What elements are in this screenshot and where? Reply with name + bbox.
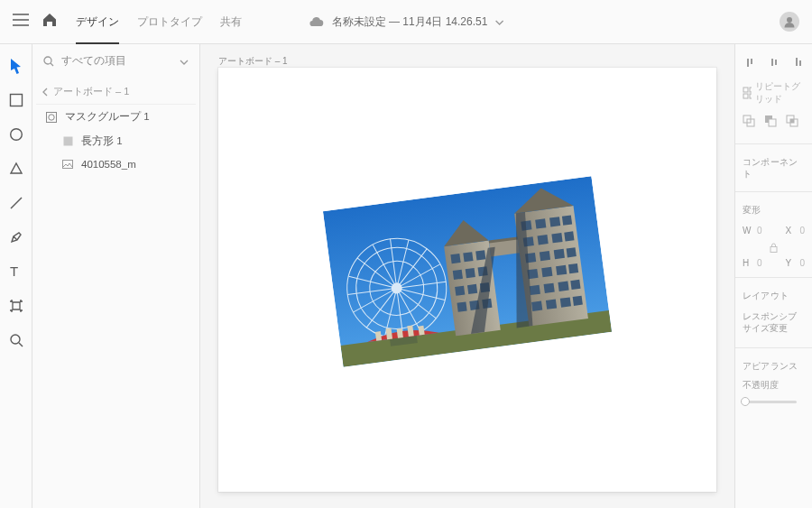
- svg-rect-49: [540, 251, 550, 261]
- svg-rect-1: [10, 95, 22, 106]
- search-icon: [43, 56, 54, 67]
- text-tool-icon[interactable]: T: [7, 263, 25, 281]
- breadcrumb-label: アートボード – 1: [53, 85, 129, 98]
- transform-section-title: 変形: [743, 199, 805, 220]
- svg-rect-55: [568, 263, 578, 273]
- layer-row-image[interactable]: 4010558_m: [36, 153, 196, 175]
- opacity-slider-thumb[interactable]: [741, 397, 750, 406]
- svg-rect-77: [770, 247, 777, 253]
- polygon-tool-icon[interactable]: [7, 160, 25, 178]
- svg-rect-46: [551, 233, 562, 243]
- layer-label: マスクグループ 1: [65, 110, 150, 124]
- masked-image[interactable]: [323, 176, 612, 367]
- svg-rect-53: [541, 266, 552, 276]
- pen-tool-icon[interactable]: [7, 228, 25, 246]
- hamburger-icon[interactable]: [13, 14, 29, 30]
- w-label: W: [743, 226, 752, 236]
- tab-design[interactable]: デザイン: [76, 0, 119, 43]
- zoom-tool-icon[interactable]: [7, 331, 25, 349]
- chevron-left-icon: [42, 88, 48, 97]
- w-value: 0: [757, 226, 762, 236]
- svg-rect-51: [567, 247, 577, 257]
- line-tool-icon[interactable]: [7, 194, 25, 212]
- artboard-label[interactable]: アートボード – 1: [218, 55, 288, 68]
- chevron-down-icon: [180, 55, 189, 68]
- transform-w-row[interactable]: W 0 X 0: [743, 224, 805, 237]
- chevron-down-icon: [494, 15, 503, 28]
- layers-search[interactable]: すべての項目: [32, 44, 199, 78]
- canvas[interactable]: アートボード – 1: [200, 44, 734, 508]
- svg-rect-54: [556, 264, 567, 274]
- transform-h-row[interactable]: H 0 Y 0: [743, 256, 805, 270]
- h-value: 0: [757, 258, 762, 268]
- svg-rect-31: [453, 269, 463, 279]
- svg-rect-9: [63, 161, 73, 169]
- svg-rect-67: [750, 88, 752, 92]
- component-section-title: コンポーネント: [743, 152, 805, 184]
- topbar: デザイン プロトタイプ 共有 名称未設定 — 11月4日 14.26.51: [0, 0, 812, 44]
- repeat-grid-label: リピートグリッド: [755, 80, 805, 106]
- tool-rail: T: [0, 44, 32, 508]
- svg-point-0: [787, 17, 792, 23]
- svg-rect-50: [554, 248, 565, 258]
- x-label: X: [785, 226, 794, 236]
- artboard[interactable]: [218, 68, 716, 492]
- svg-rect-32: [466, 268, 475, 278]
- building-photo: [323, 176, 612, 367]
- responsive-resize-label: レスポンシブサイズ変更: [743, 309, 805, 340]
- layer-label: 4010558_m: [81, 159, 136, 170]
- x-value: 0: [799, 226, 805, 236]
- svg-rect-60: [531, 300, 542, 310]
- artboard-tool-icon[interactable]: [7, 297, 25, 315]
- svg-rect-59: [570, 279, 580, 289]
- svg-rect-57: [544, 282, 555, 292]
- doc-title-text: 名称未設定 — 11月4日 14.26.51: [332, 14, 488, 30]
- rectangle-icon: [61, 136, 74, 146]
- home-icon[interactable]: [42, 13, 58, 31]
- svg-rect-76: [790, 119, 794, 123]
- mask-group-icon: [45, 112, 58, 123]
- svg-rect-37: [457, 301, 466, 311]
- layer-row-rect[interactable]: 長方形 1: [36, 129, 196, 153]
- appearance-section-title: アピアランス: [743, 356, 805, 376]
- svg-rect-6: [47, 112, 57, 122]
- svg-rect-8: [63, 137, 72, 146]
- layers-panel: すべての項目 アートボード – 1 マスクグループ 1 長方形 1: [32, 44, 200, 508]
- tab-prototype[interactable]: プロトタイプ: [137, 0, 202, 43]
- rectangle-tool-icon[interactable]: [7, 91, 25, 109]
- svg-rect-69: [750, 94, 752, 98]
- select-tool-icon[interactable]: [7, 57, 25, 75]
- svg-rect-47: [564, 231, 574, 241]
- avatar[interactable]: [780, 12, 799, 32]
- layout-section-title: レイアウト: [743, 285, 805, 306]
- svg-rect-35: [467, 283, 477, 293]
- search-placeholder: すべての項目: [61, 53, 126, 69]
- bool-subtract-icon[interactable]: [764, 115, 777, 129]
- h-label: H: [743, 258, 752, 268]
- svg-rect-62: [560, 297, 571, 307]
- svg-rect-73: [769, 119, 776, 126]
- y-label: Y: [785, 258, 794, 268]
- top-tabs: デザイン プロトタイプ 共有: [76, 0, 242, 43]
- bool-add-icon[interactable]: [743, 115, 755, 129]
- repeat-grid-button[interactable]: リピートグリッド: [743, 79, 805, 111]
- svg-rect-29: [463, 252, 473, 262]
- opacity-slider[interactable]: [743, 401, 797, 403]
- align-bottom-icon[interactable]: [791, 55, 805, 69]
- svg-rect-66: [743, 88, 748, 92]
- ellipse-tool-icon[interactable]: [7, 125, 25, 143]
- bool-intersect-icon[interactable]: [786, 115, 798, 129]
- breadcrumb[interactable]: アートボード – 1: [36, 79, 196, 105]
- document-title[interactable]: 名称未設定 — 11月4日 14.26.51: [309, 14, 504, 30]
- tab-share[interactable]: 共有: [220, 0, 242, 43]
- y-value: 0: [799, 258, 805, 268]
- svg-rect-34: [455, 285, 465, 295]
- layer-label: 長方形 1: [81, 134, 123, 148]
- opacity-label: 不透明度: [743, 380, 805, 392]
- image-icon: [61, 160, 74, 169]
- align-middle-icon[interactable]: [767, 55, 780, 69]
- svg-rect-41: [535, 218, 546, 228]
- align-top-icon[interactable]: [743, 55, 756, 69]
- lock-aspect-icon[interactable]: [743, 241, 805, 253]
- layer-row-mask[interactable]: マスクグループ 1: [36, 105, 196, 129]
